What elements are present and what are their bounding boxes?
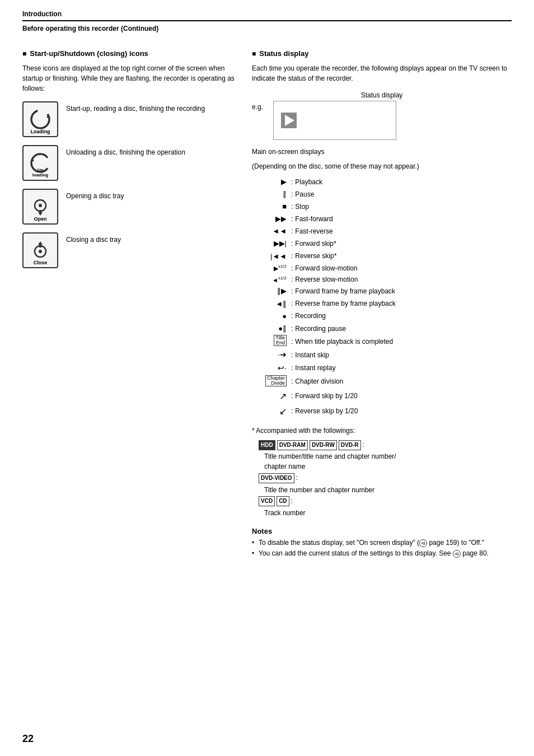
hdd-badge: HDD	[259, 440, 275, 450]
vcdcd-colon: :	[291, 496, 293, 507]
loading-desc: Start-up, reading a disc, finishing the …	[66, 101, 205, 114]
note-1: To disable the status display, set "On s…	[252, 538, 512, 548]
desc-instantreplay: Instant replay	[295, 362, 335, 374]
desc-playback: Playback	[295, 176, 322, 188]
sym-fwdframe: ‖▶	[252, 285, 291, 297]
right-section-desc: Each time you operate the recorder, the …	[252, 63, 512, 83]
notes-section: Notes To disable the status display, set…	[252, 527, 512, 559]
loading-label: Loading	[31, 129, 50, 134]
icon-row-close: Close Closing a disc tray	[22, 232, 235, 268]
section-header: Introduction	[22, 10, 512, 18]
desc-pause: Pause	[295, 189, 314, 200]
desc-revframe: Reverse frame by frame playback	[295, 298, 395, 309]
list-item-recording: ● : Recording	[252, 310, 512, 323]
sym-stop: ■	[252, 200, 291, 213]
loading-icon-box: Loading	[22, 101, 58, 137]
list-item-rev120: ↙ : Reverse skip by 1/20	[252, 404, 512, 419]
vcdcd-badge-row: VCD CD :	[259, 496, 512, 507]
vcdcd-line: VCD CD : Track number	[259, 496, 512, 518]
svg-point-9	[39, 250, 42, 253]
list-item-revframe: ◄‖ : Reverse frame by frame playback	[252, 298, 512, 310]
display-list: ▶ : Playback ∥ : Pause ■ : Stop ▶▶ :	[252, 176, 512, 419]
sym-recpause: ●∥	[252, 323, 291, 335]
list-item-fwdskip: ▶▶| : Forward skip*	[252, 237, 512, 250]
desc-rev120: Reverse skip by 1/20	[295, 405, 358, 417]
close-desc: Closing a disc tray	[66, 232, 121, 245]
open-icon-svg	[28, 194, 53, 219]
desc-fwd120: Forward skip by 1/20	[295, 390, 357, 402]
list-item-stop: ■ : Stop	[252, 200, 512, 213]
close-icon-box: Close	[22, 232, 58, 268]
right-column: Status display Each time you operate the…	[252, 49, 512, 559]
page-number: 22	[22, 733, 34, 745]
list-item-fwdframe: ‖▶ : Forward frame by frame playback	[252, 285, 512, 297]
list-item-revskip: |◄◄ : Reverse skip*	[252, 250, 512, 263]
subsection-header: Before operating this recorder (Continue…	[22, 25, 512, 32]
icon-row-unloading: Unloading Unloading a disc, finishing th…	[22, 145, 235, 181]
icon-row-open: Open Opening a disc tray	[22, 189, 235, 225]
list-item-fr: ◄◄ : Fast-reverse	[252, 225, 512, 237]
main-displays-note: (Depending on the disc, some of these ma…	[252, 161, 512, 171]
desc-fwdskip: Forward skip*	[295, 238, 336, 249]
desc-instantskip: Instant skip	[295, 349, 329, 361]
list-item-ff: ▶▶ : Fast-forward	[252, 213, 512, 225]
svg-point-0	[31, 110, 49, 128]
dvdr-badge: DVD-R	[339, 440, 361, 450]
unloading-icon-box: Unloading	[22, 145, 58, 181]
dvdvideo-badge-row: DVD-VIDEO :	[259, 473, 512, 483]
sym-recording: ●	[252, 310, 291, 323]
desc-fwdslow: Forward slow-motion	[295, 263, 357, 274]
svg-rect-7	[39, 210, 41, 213]
desc-revslow: Reverse slow-motion	[295, 274, 358, 285]
page-ref-icon-1: ⊲	[419, 539, 427, 547]
sym-fr: ◄◄	[252, 225, 291, 237]
hdd-colon: :	[363, 440, 364, 450]
svg-rect-11	[39, 245, 41, 248]
left-column: Start-up/Shutdown (closing) icons These …	[22, 49, 235, 559]
list-item-recpause: ●∥ : Recording pause	[252, 323, 512, 335]
sym-rev120: ↙	[252, 404, 291, 419]
sym-playback: ▶	[252, 176, 291, 188]
list-item-instantskip: ·➔ : Instant skip	[252, 348, 512, 362]
open-desc: Opening a disc tray	[66, 189, 124, 201]
left-section-desc: These icons are displayed at the top rig…	[22, 63, 235, 94]
status-eg-row: e.g.	[252, 101, 512, 144]
right-section-title: Status display	[252, 49, 512, 58]
desc-stop: Stop	[295, 201, 309, 212]
close-label: Close	[34, 260, 48, 265]
note-2: You can add the current status of the se…	[252, 548, 512, 559]
svg-point-5	[39, 204, 42, 207]
vcd-badge: VCD	[259, 496, 275, 506]
hdd-line: HDD DVD-RAM DVD-RW DVD-R : Title number/…	[259, 440, 512, 472]
list-item-pause: ∥ : Pause	[252, 188, 512, 200]
unloading-desc: Unloading a disc, finishing the operatio…	[66, 145, 185, 157]
dvdram-badge: DVD-RAM	[277, 440, 308, 450]
desc-titleend: When title playback is completed	[295, 336, 393, 347]
sym-chapterdivide: ChapterDivide	[252, 375, 291, 389]
vcdcd-desc: Track number	[259, 508, 512, 518]
main-displays-label: Main on-screen displays	[252, 147, 512, 157]
dvdvideo-desc: Title the number and chapter number	[259, 485, 512, 495]
status-display-title: Status display	[252, 91, 512, 99]
svg-marker-10	[38, 241, 43, 245]
sym-fwdslow: ▶x1/2	[252, 263, 291, 273]
sym-instantreplay: ↩·	[252, 362, 291, 375]
cd-badge: CD	[277, 496, 289, 506]
close-icon-svg	[28, 238, 53, 263]
icon-row-loading: Loading Start-up, reading a disc, finish…	[22, 101, 235, 137]
unloading-label: Unloading	[32, 168, 48, 178]
asterisk-note: * Accompanied with the followings:	[252, 426, 512, 436]
sym-pause: ∥	[252, 188, 291, 200]
list-item-fwd120: ↗ : Forward skip by 1/20	[252, 389, 512, 404]
desc-recording: Recording	[295, 310, 326, 321]
footnote-section: * Accompanied with the followings: HDD D…	[252, 426, 512, 518]
desc-ff: Fast-forward	[295, 213, 332, 225]
notes-list: To disable the status display, set "On s…	[252, 538, 512, 559]
dvdvideo-colon: :	[296, 473, 298, 483]
sym-fwd120: ↗	[252, 389, 291, 404]
sym-revslow: ◄x1/2	[252, 274, 291, 285]
status-display-box	[273, 101, 396, 140]
list-item-instantreplay: ↩· : Instant replay	[252, 362, 512, 375]
list-item-fwdslow: ▶x1/2 : Forward slow-motion	[252, 263, 512, 274]
desc-recpause: Recording pause	[295, 323, 346, 334]
